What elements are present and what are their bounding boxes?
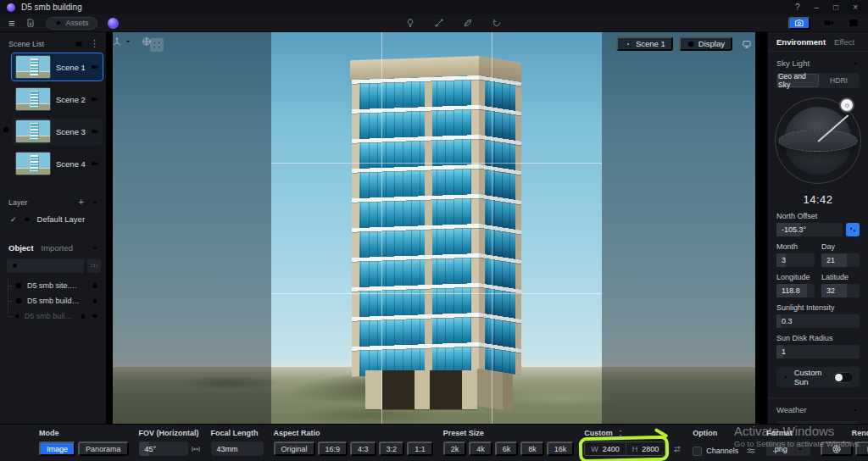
- custom-sun-toggle[interactable]: [833, 372, 854, 383]
- mode-panorama-button[interactable]: Panorama: [78, 442, 129, 456]
- sunlight-intensity-input[interactable]: 0.3: [776, 314, 860, 328]
- render-queue-icon[interactable]: [848, 17, 860, 29]
- render-now-button[interactable]: [821, 442, 853, 456]
- custom-lock-icon[interactable]: [616, 429, 625, 437]
- weather-title: Weather: [776, 405, 807, 414]
- chevron-down-icon[interactable]: [91, 244, 99, 253]
- aspect-original-button[interactable]: Original: [274, 442, 315, 456]
- advanced-options-icon[interactable]: [746, 446, 756, 456]
- preset-8k-button[interactable]: 8k: [520, 442, 544, 456]
- mode-image-button[interactable]: Image: [39, 442, 75, 456]
- weather-header[interactable]: Weather: [776, 398, 860, 419]
- help-button[interactable]: ?: [795, 3, 800, 12]
- render-image-mode-button[interactable]: [788, 17, 810, 30]
- viewport-3d-scene[interactable]: [113, 32, 755, 424]
- sky-mode-segmented: Geo and Sky HDRI: [776, 73, 860, 88]
- menu-icon[interactable]: ≡: [8, 18, 15, 29]
- sun-handle[interactable]: ☼: [841, 99, 853, 111]
- scene-item-3[interactable]: Scene 3: [12, 118, 103, 145]
- north-offset-input[interactable]: -105.3°: [776, 223, 843, 236]
- viewport[interactable]: Scene 1 Display: [106, 32, 767, 424]
- vegetation-tool-icon[interactable]: [463, 18, 473, 28]
- north-offset-options-button[interactable]: [846, 223, 860, 236]
- scene-camera-button[interactable]: Scene 1: [616, 36, 673, 51]
- scene-display-icon[interactable]: [75, 40, 83, 48]
- layer-row-default[interactable]: ✓ Default Layer: [0, 212, 106, 226]
- chevron-down-icon[interactable]: [124, 37, 132, 46]
- grid-view-button[interactable]: ∷∷: [87, 259, 101, 273]
- scene-item-1[interactable]: Scene 1: [12, 53, 103, 81]
- day-input[interactable]: 21: [821, 253, 860, 267]
- safe-frame-toggle[interactable]: [150, 38, 164, 52]
- lock-icon[interactable]: [91, 281, 99, 290]
- format-select[interactable]: .png: [766, 442, 810, 456]
- object-row-site[interactable]: D5 smb site.max: [0, 278, 106, 293]
- channels-checkbox[interactable]: [693, 447, 702, 456]
- height-input[interactable]: H 2800: [626, 442, 665, 455]
- lock-icon[interactable]: [91, 297, 99, 305]
- brush-tool-icon[interactable]: [492, 18, 502, 28]
- scene-item-4[interactable]: Scene 4: [12, 150, 103, 177]
- aspect-3-2-button[interactable]: 3:2: [379, 442, 405, 456]
- monitor-icon[interactable]: [742, 39, 752, 49]
- aspect-4-3-button[interactable]: 4:3: [350, 442, 376, 456]
- sync-icon[interactable]: [2, 125, 10, 134]
- camera-icon[interactable]: [91, 95, 99, 103]
- scene-item-2[interactable]: Scene 2: [12, 86, 103, 113]
- object-label: D5 smb site.max: [27, 281, 80, 290]
- import-file-icon[interactable]: [25, 18, 36, 28]
- eye-off-icon[interactable]: [91, 312, 99, 320]
- hdri-button[interactable]: HDRI: [819, 74, 859, 87]
- building-model: [352, 56, 521, 420]
- sun-disk-radius-input[interactable]: 1: [776, 345, 860, 358]
- display-button[interactable]: Display: [679, 36, 732, 51]
- add-layer-button[interactable]: +: [79, 197, 84, 207]
- link-fov-focal-icon[interactable]: [191, 444, 201, 454]
- camera-icon[interactable]: [91, 159, 99, 168]
- object-search-input[interactable]: [7, 259, 84, 273]
- preset-16k-button[interactable]: 16k: [547, 442, 575, 456]
- gizmo-axes-icon[interactable]: [112, 36, 122, 47]
- preset-2k-button[interactable]: 2k: [443, 442, 467, 456]
- camera-icon[interactable]: [91, 127, 99, 136]
- account-orb-icon[interactable]: [108, 18, 119, 29]
- tab-imported[interactable]: Imported: [42, 243, 74, 253]
- render-export-button[interactable]: [855, 442, 868, 456]
- preset-4k-button[interactable]: 4k: [469, 442, 492, 456]
- path-tool-icon[interactable]: [434, 18, 444, 28]
- focal-length-input[interactable]: 43mm: [211, 442, 264, 456]
- sun-position-dial[interactable]: ☼: [776, 92, 860, 190]
- chevron-down-icon[interactable]: [91, 198, 99, 207]
- guide-line-vertical-1: [381, 32, 382, 424]
- time-value: 14:42: [776, 193, 860, 206]
- assets-button[interactable]: Assets: [46, 17, 97, 30]
- width-input[interactable]: W 2400: [585, 442, 626, 455]
- tab-environment[interactable]: Environment: [776, 37, 826, 47]
- longitude-input[interactable]: 118.8: [776, 284, 815, 297]
- object-row-building[interactable]: D5 smb building.max: [0, 293, 106, 308]
- preset-6k-button[interactable]: 6k: [495, 442, 519, 456]
- geo-and-sky-button[interactable]: Geo and Sky: [777, 74, 819, 87]
- eye-icon[interactable]: [23, 215, 31, 224]
- video-camera-icon[interactable]: [823, 17, 835, 29]
- scene-list-menu-icon[interactable]: ⋮: [90, 39, 99, 48]
- latitude-input[interactable]: 32: [821, 284, 860, 297]
- light-tool-icon[interactable]: [405, 18, 415, 28]
- swap-wh-icon[interactable]: [672, 444, 682, 454]
- lock-icon[interactable]: [79, 312, 87, 320]
- aspect-1-1-button[interactable]: 1:1: [407, 442, 433, 456]
- sky-light-header[interactable]: Sky Light: [776, 52, 860, 73]
- month-input[interactable]: 3: [776, 253, 815, 267]
- aspect-16-9-button[interactable]: 16:9: [318, 442, 348, 456]
- chevron-down-icon[interactable]: [754, 40, 763, 48]
- tab-effect[interactable]: Effect: [834, 37, 854, 47]
- fov-input[interactable]: 45°: [139, 442, 188, 456]
- maximize-button[interactable]: □: [833, 3, 838, 12]
- tab-object[interactable]: Object: [8, 243, 34, 253]
- camera-icon[interactable]: [91, 63, 99, 71]
- minimize-button[interactable]: –: [815, 3, 820, 12]
- scene-thumbnail: [15, 119, 51, 143]
- object-row-building-alt[interactable]: D5 smb building Alt....: [0, 308, 106, 324]
- close-button[interactable]: ×: [853, 3, 858, 12]
- d5-logo-icon: [7, 3, 15, 12]
